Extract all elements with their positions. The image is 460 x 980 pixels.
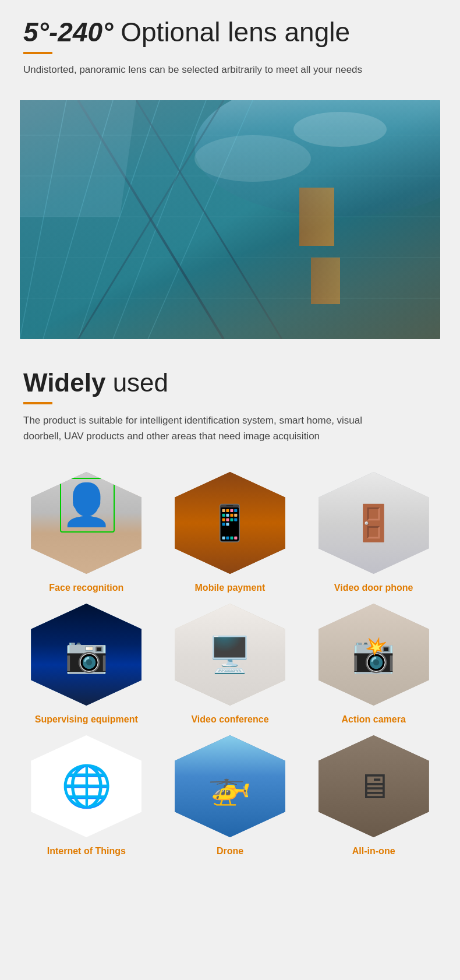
widely-underline	[23, 402, 52, 404]
svg-line-4	[78, 100, 160, 339]
hex-shape-action	[319, 604, 429, 706]
hex-shape-drone	[175, 735, 285, 837]
lens-angle-headline: 5°-240° Optional lens angle	[23, 17, 437, 47]
hex-shape-supervise	[31, 604, 141, 706]
hex-shape-videoconf	[175, 604, 285, 706]
hex-inner-door	[319, 472, 429, 574]
hex-inner-videoconf	[175, 604, 285, 706]
use-case-video-conference: Video conference	[161, 599, 299, 725]
use-case-all-in-one: All-in-one	[305, 731, 443, 856]
svg-point-1	[194, 100, 440, 217]
use-case-label-allinone: All-in-one	[352, 846, 395, 856]
svg-rect-0	[20, 100, 440, 339]
svg-rect-19	[20, 100, 136, 217]
use-case-face-recognition: Face recognition	[17, 467, 155, 593]
use-case-label-videoconf: Video conference	[191, 714, 268, 725]
hex-shape-iot	[31, 735, 141, 837]
hex-wrapper-allinone	[316, 731, 432, 841]
widely-normal: used	[105, 368, 168, 397]
headline-underline	[23, 52, 52, 54]
hex-wrapper-supervise	[28, 599, 144, 710]
use-case-label-drone: Drone	[217, 846, 243, 856]
use-case-label-supervise: Supervising equipment	[35, 714, 138, 725]
svg-line-14	[78, 100, 224, 339]
hex-shape-door	[319, 472, 429, 574]
use-case-action-camera: Action camera	[305, 599, 443, 725]
use-case-label-face: Face recognition	[49, 583, 123, 593]
use-case-video-door-phone: Video door phone	[305, 467, 443, 593]
svg-point-17	[194, 135, 311, 182]
lens-angle-subtitle: Undistorted, panoramic lens can be selec…	[23, 62, 373, 77]
widely-used-section: Widely used The product is suitable for …	[0, 351, 460, 456]
use-case-supervising-equipment: Supervising equipment	[17, 599, 155, 725]
page-wrapper: 5°-240° Optional lens angle Undistorted,…	[0, 0, 460, 874]
use-case-iot: Internet of Things	[17, 731, 155, 856]
hex-inner-drone	[175, 735, 285, 837]
use-case-mobile-payment: Mobile payment	[161, 467, 299, 593]
use-case-label-payment: Mobile payment	[195, 583, 266, 593]
svg-line-13	[136, 100, 282, 339]
widely-used-headline: Widely used	[23, 368, 437, 397]
hex-wrapper-payment	[172, 467, 288, 578]
building-lines	[20, 100, 440, 339]
svg-rect-15	[299, 188, 334, 246]
use-case-drone: Drone	[161, 731, 299, 856]
headline-normal: Optional lens angle	[113, 17, 350, 47]
hex-inner-face	[31, 472, 141, 574]
svg-line-12	[78, 100, 224, 339]
hex-wrapper-action	[316, 599, 432, 710]
svg-rect-16	[311, 258, 340, 304]
hex-wrapper-door	[316, 467, 432, 578]
use-case-label-action: Action camera	[342, 714, 406, 725]
hex-wrapper-drone	[172, 731, 288, 841]
building-image	[20, 100, 440, 339]
hex-wrapper-iot	[28, 731, 144, 841]
svg-point-18	[293, 112, 387, 147]
hex-inner-iot	[31, 735, 141, 837]
svg-line-6	[148, 100, 253, 339]
hex-shape-face	[31, 472, 141, 574]
widely-description: The product is suitable for intelligent …	[23, 413, 384, 444]
hex-shape-allinone	[319, 735, 429, 837]
svg-line-5	[113, 100, 206, 339]
hex-wrapper-videoconf	[172, 599, 288, 710]
hex-shape-payment	[175, 472, 285, 574]
hex-wrapper-face	[28, 467, 144, 578]
use-case-label-door: Video door phone	[334, 583, 413, 593]
svg-line-2	[20, 100, 66, 339]
lens-angle-section: 5°-240° Optional lens angle Undistorted,…	[0, 0, 460, 89]
hex-inner-action	[319, 604, 429, 706]
use-case-grid: Face recognition Mobile payment Video do…	[0, 456, 460, 874]
hex-inner-allinone	[319, 735, 429, 837]
svg-line-3	[43, 100, 113, 339]
use-case-label-iot: Internet of Things	[47, 846, 126, 856]
headline-bold: 5°-240°	[23, 17, 113, 47]
hex-inner-supervise	[31, 604, 141, 706]
widely-bold: Widely	[23, 368, 105, 397]
hex-inner-payment	[175, 472, 285, 574]
